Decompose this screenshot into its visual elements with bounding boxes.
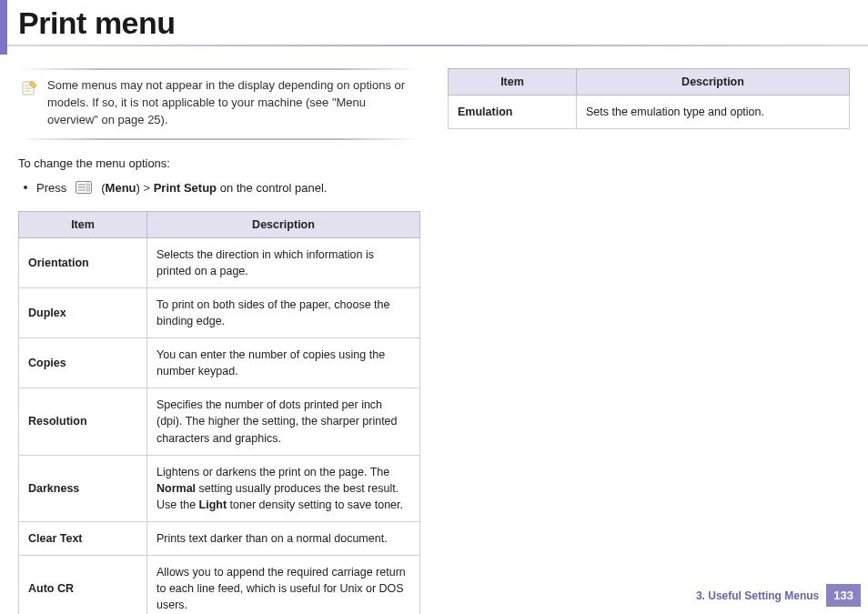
item-cell: Duplex: [19, 287, 147, 337]
chapter-label: 3. Useful Setting Menus: [696, 589, 819, 602]
table-row: Clear Text Prints text darker than on a …: [19, 522, 420, 556]
step-press: Press: [36, 181, 66, 195]
desc-cell: Lightens or darkens the print on the pag…: [147, 455, 420, 521]
desc-cell: Sets the emulation type and option.: [577, 96, 850, 129]
title-divider: [0, 45, 868, 46]
desc-cell: Allows you to append the required carria…: [147, 556, 420, 614]
desc-cell: To print on both sides of the paper, cho…: [147, 287, 420, 337]
desc-cell: Prints text darker than on a normal docu…: [147, 522, 420, 556]
page-number: 133: [826, 584, 861, 607]
step-menu: (Menu) > Print Setup on the control pane…: [101, 181, 327, 195]
intro-text: To change the menu options:: [18, 156, 420, 170]
page-footer: 3. Useful Setting Menus 133: [696, 584, 861, 607]
divider: [18, 138, 420, 140]
table-row: Darkness Lightens or darkens the print o…: [19, 455, 420, 521]
page-title: Print menu: [0, 0, 868, 45]
table-row: Copies You can enter the number of copie…: [19, 338, 420, 388]
note-box: Some menus may not appear in the display…: [18, 68, 420, 140]
col-header-desc: Description: [147, 211, 420, 237]
item-cell: Emulation: [449, 96, 577, 129]
settings-table-left: Item Description Orientation Selects the…: [18, 211, 420, 614]
desc-cell: Selects the direction in which informati…: [147, 237, 420, 287]
table-row: Orientation Selects the direction in whi…: [19, 237, 420, 287]
instruction-step: Press (Menu) > Print Setup on the contro…: [18, 181, 420, 195]
desc-cell: Specifies the number of dots printed per…: [147, 388, 420, 455]
item-cell: Orientation: [19, 237, 147, 287]
item-cell: Auto CR: [19, 556, 147, 614]
item-cell: Copies: [19, 338, 147, 388]
item-cell: Darkness: [19, 455, 147, 521]
svg-rect-8: [87, 184, 90, 191]
accent-stripe: [0, 0, 7, 55]
left-column: Some menus may not appear in the display…: [18, 63, 420, 614]
table-row: Resolution Specifies the number of dots …: [19, 388, 420, 455]
bullet-icon: [24, 186, 27, 189]
item-cell: Resolution: [19, 388, 147, 455]
table-row: Emulation Sets the emulation type and op…: [449, 96, 850, 129]
item-cell: Clear Text: [19, 522, 147, 556]
note-icon: [20, 79, 38, 97]
right-column: Item Description Emulation Sets the emul…: [448, 63, 850, 614]
note-text: Some menus may not appear in the display…: [47, 77, 417, 129]
col-header-item: Item: [449, 69, 577, 96]
table-row: Duplex To print on both sides of the pap…: [19, 287, 420, 337]
desc-cell: You can enter the number of copies using…: [147, 338, 420, 388]
col-header-desc: Description: [577, 69, 850, 96]
menu-icon: [76, 181, 92, 194]
col-header-item: Item: [19, 211, 147, 237]
table-row: Auto CR Allows you to append the require…: [19, 556, 420, 614]
settings-table-right: Item Description Emulation Sets the emul…: [448, 68, 850, 129]
